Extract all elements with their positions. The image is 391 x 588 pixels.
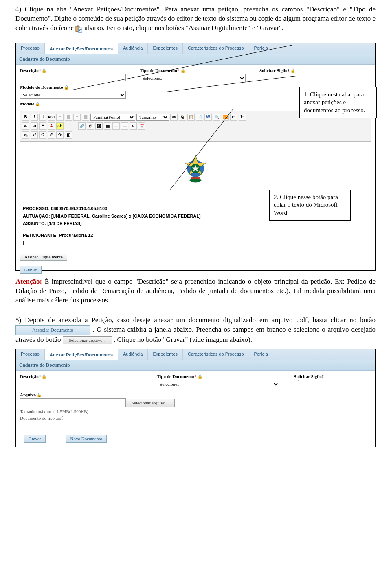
arquivo-path-input[interactable]: [20, 398, 126, 407]
date-icon[interactable]: 📅: [138, 122, 145, 130]
screenshot-anexar-peticoes: Processo Anexar Petições/Documentos Audi…: [15, 43, 376, 271]
form-row-1: Descrição*🔒 Tipo de Documento*🔒 Selecion…: [16, 65, 375, 84]
tab-anexar[interactable]: Anexar Petições/Documentos: [45, 43, 118, 54]
unlink-icon[interactable]: ∅: [87, 122, 94, 130]
font-color-icon[interactable]: A: [48, 122, 55, 130]
label-sigilo: Solicitar Sigilo?🔒: [259, 68, 371, 73]
panel-title-2: Cadastro do Documento: [16, 360, 375, 371]
ol-icon[interactable]: 1≡: [239, 114, 246, 121]
tab2-processo[interactable]: Processo: [16, 349, 45, 360]
panel-title: Cadastro do Documento: [16, 54, 375, 65]
sigilo-checkbox[interactable]: [294, 380, 299, 385]
hint-tipo: Documento do tipo .pdf: [20, 415, 371, 420]
tab2-anexar[interactable]: Anexar Petições/Documentos: [45, 349, 118, 360]
omega-icon[interactable]: Ω: [39, 131, 46, 139]
screenshot-cadastro-arquivo: Processo Anexar Petições/Documentos Audi…: [15, 349, 376, 447]
paste-icon[interactable]: 📋: [187, 114, 195, 121]
ed-processo: PROCESSO: 0800970-86.2010.4.05.8100: [23, 206, 107, 211]
tab-caracteristicas[interactable]: Características do Processo: [183, 43, 249, 54]
outdent-icon[interactable]: ⇤: [22, 122, 29, 130]
table-icon[interactable]: ▦: [104, 122, 111, 130]
label2-sigilo: Solicitar Sigilo?: [294, 374, 371, 379]
atencao-label: Atenção:: [15, 278, 42, 285]
cut-icon[interactable]: ✂: [170, 114, 178, 121]
btn-row-2: Gravar Novo Documento: [16, 430, 375, 447]
svg-point-9: [190, 179, 202, 183]
tab2-audiencia[interactable]: Audiência: [118, 349, 148, 360]
tab-expedientes[interactable]: Expedientes: [148, 43, 183, 54]
p5c: . Clique no botão "Gravar" (vide imagem …: [114, 336, 252, 343]
atencao-paragraph: Atenção: É imprescindível que o campo "D…: [15, 277, 376, 305]
align-center-icon[interactable]: ☰: [65, 114, 72, 121]
find-icon[interactable]: 🔍: [213, 114, 220, 121]
form2-arquivo: Arquivo🔒 Selecionar arquivo... Tamanho m…: [16, 390, 375, 424]
label-modelo: Modelo🔒: [20, 101, 132, 106]
special-char-icon[interactable]: —: [121, 122, 128, 130]
tab-processo[interactable]: Processo: [16, 43, 45, 54]
descricao-input[interactable]: [20, 74, 126, 81]
callout-2: 2. Clique nesse botão para colar o texto…: [269, 190, 351, 221]
italic-icon[interactable]: I: [31, 114, 38, 121]
indent-icon[interactable]: ⇥: [31, 122, 38, 130]
tipo-doc-select[interactable]: Selecione...: [140, 74, 246, 82]
superscript-icon[interactable]: x²: [31, 131, 38, 139]
tab-pericia[interactable]: Perícia: [249, 43, 273, 54]
atencao-text: É imprescindível que o campo "Descrição"…: [15, 278, 376, 304]
ed-autuacao: AUTUAÇÃO: [UNIÃO FEDERAL, Caroline Soare…: [23, 214, 201, 219]
hint-tamanho: Tamanho máximo é 1.5MB(1.500KB): [20, 409, 371, 414]
tabbar: Processo Anexar Petições/Documentos Audi…: [16, 43, 375, 54]
tab2-caracteristicas[interactable]: Características do Processo: [183, 349, 249, 360]
assinar-digitalmente-button[interactable]: Assinar Digitalmente: [20, 253, 67, 261]
p5a: 5) Depois de anexada a Petição, caso des…: [15, 316, 376, 324]
hr-icon[interactable]: ─: [112, 122, 120, 130]
svg-rect-1: [77, 26, 79, 27]
align-left-icon[interactable]: ≡: [56, 114, 64, 121]
source-icon[interactable]: ◧: [65, 131, 72, 139]
gravar-button-2[interactable]: Gravar: [24, 435, 46, 443]
selecionar-arquivo-button[interactable]: Selecionar arquivo...: [126, 399, 175, 407]
strike-icon[interactable]: ABC: [48, 114, 55, 121]
modelo-doc-select[interactable]: Selecione...: [20, 91, 126, 99]
bg-color-icon[interactable]: ab: [56, 122, 64, 130]
bold-icon[interactable]: B: [22, 114, 29, 121]
align-justify-icon[interactable]: ☰: [82, 114, 89, 121]
instruction-step-4: 4) Clique na aba "Anexar Petições/Docume…: [15, 5, 376, 33]
paste-text-icon[interactable]: 📄: [196, 114, 203, 121]
underline-icon[interactable]: U: [39, 114, 46, 121]
font-family-select[interactable]: Família(Fonte): [90, 114, 135, 121]
descricao-input-2[interactable]: [20, 380, 142, 388]
novo-documento-button[interactable]: Novo Documento: [66, 435, 107, 443]
tab-audiencia[interactable]: Audiência: [118, 43, 148, 54]
gravar-button[interactable]: Gravar: [20, 266, 42, 274]
quote-icon[interactable]: ❝: [39, 122, 46, 130]
label-tipo-doc: Tipo de Documento*🔒: [140, 68, 251, 73]
callout-1: 1. Clique nesta aba, para anexar petiçõe…: [299, 87, 377, 118]
svg-text:W: W: [79, 28, 82, 32]
label2-descricao: Descrição*🔒: [20, 374, 149, 379]
form2-row1: Descrição*🔒 Tipo de Documento*🔒 Selecion…: [16, 371, 375, 390]
align-right-icon[interactable]: ≡: [73, 114, 81, 121]
pagebreak-icon[interactable]: ↵: [130, 122, 137, 130]
redo-icon[interactable]: ↷: [56, 131, 64, 139]
tabbar-2: Processo Anexar Petições/Documentos Audi…: [16, 349, 375, 360]
label-descricao: Descrição*🔒: [20, 68, 132, 73]
font-size-select[interactable]: Tamanho: [136, 114, 169, 121]
image-icon[interactable]: 🖼: [95, 122, 103, 130]
p1b: abaixo. Feito isto, clique nos botões "A…: [85, 24, 284, 32]
link-icon[interactable]: 🔗: [78, 122, 86, 130]
paste-word-icon: W: [75, 25, 83, 32]
ed-assunto: ASSUNTO: [1/3 DE FÉRIAS]: [23, 221, 82, 226]
paste-word-toolbar-icon[interactable]: W: [204, 114, 212, 121]
undo-icon[interactable]: ↶: [48, 131, 55, 139]
tab2-pericia[interactable]: Perícia: [249, 349, 273, 360]
replace-icon[interactable]: 🔁: [222, 114, 229, 121]
copy-icon[interactable]: ⎘: [179, 114, 186, 121]
ul-icon[interactable]: •≡: [230, 114, 237, 121]
tab2-expedientes[interactable]: Expedientes: [148, 349, 183, 360]
associar-documento-button[interactable]: Associar Documento: [15, 325, 90, 335]
tipo-doc-select-2[interactable]: Selecione...: [157, 380, 279, 388]
selecionar-arquivo-button-inline[interactable]: Selecionar arquivo...: [63, 336, 112, 344]
brasao-icon: [179, 154, 212, 186]
label2-tipo-doc: Tipo de Documento*🔒: [157, 374, 286, 379]
subscript-icon[interactable]: x₂: [22, 131, 29, 139]
